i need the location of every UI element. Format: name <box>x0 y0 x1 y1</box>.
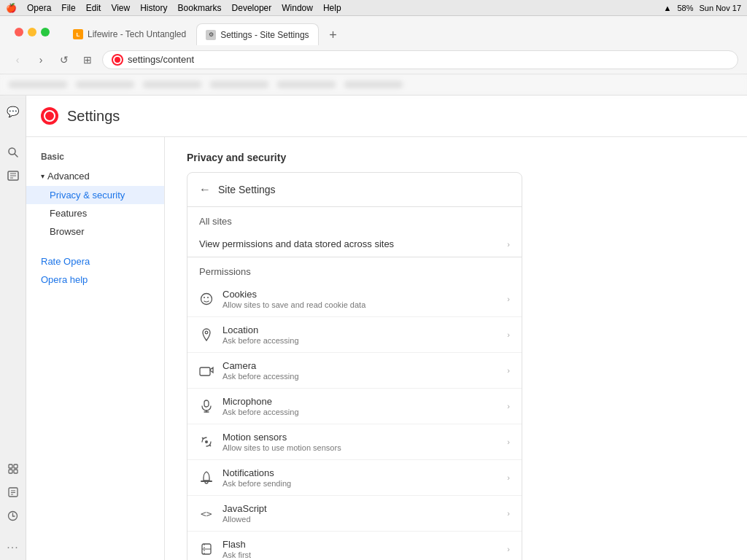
menu-opera[interactable]: Opera <box>27 3 51 13</box>
search-icon[interactable] <box>3 142 23 163</box>
opera-logo <box>41 107 58 125</box>
nav-features[interactable]: Features <box>26 204 164 222</box>
location-icon <box>199 327 214 342</box>
notifications-title: Notifications <box>222 467 498 478</box>
menu-view[interactable]: View <box>111 3 130 13</box>
javascript-icon: <> <box>199 506 214 521</box>
microphone-icon <box>199 399 214 413</box>
menu-bookmarks[interactable]: Bookmarks <box>178 3 222 13</box>
motion-chevron: › <box>507 438 510 446</box>
reload-button[interactable]: ↺ <box>55 51 73 69</box>
svg-rect-7 <box>14 464 18 468</box>
svg-rect-9 <box>14 470 18 473</box>
more-options-icon[interactable]: ··· <box>3 537 23 558</box>
menu-window[interactable]: Window <box>282 3 313 13</box>
cookies-chevron: › <box>507 295 510 303</box>
mac-menubar: 🍎 Opera File Edit View History Bookmarks… <box>0 0 747 16</box>
panel-back-arrow[interactable]: ← <box>199 183 211 196</box>
tab-grid-button[interactable]: ⊞ <box>79 51 96 69</box>
nav-privacy-security[interactable]: Privacy & security <box>26 186 164 204</box>
location-chevron: › <box>507 330 510 339</box>
motion-subtitle: Allow sites to use motion sensors <box>222 443 498 452</box>
all-sites-row[interactable]: View permissions and data stored across … <box>187 231 522 257</box>
camera-chevron: › <box>507 366 510 375</box>
javascript-title: JavaScript <box>222 503 498 514</box>
tab-settings[interactable]: ⚙ Settings - Site Settings <box>196 23 318 45</box>
all-sites-chevron: › <box>507 240 510 249</box>
microphone-subtitle: Ask before accessing <box>222 408 498 416</box>
nav-advanced-toggle[interactable]: ▾ Advanced <box>26 166 164 186</box>
nav-basic-label: Basic <box>26 146 164 166</box>
menu-help[interactable]: Help <box>323 3 341 13</box>
svg-point-18 <box>205 331 208 334</box>
close-button[interactable] <box>15 28 23 36</box>
permission-location[interactable]: Location Ask before accessing › <box>187 317 522 353</box>
settings-nav: Basic ▾ Advanced Privacy & security Feat… <box>26 137 165 560</box>
permission-cookies[interactable]: Cookies Allow sites to save and read coo… <box>187 281 522 317</box>
notifications-icon <box>199 470 214 485</box>
svg-rect-8 <box>9 470 12 473</box>
settings-main: Privacy and security ← Site Settings All… <box>165 137 747 560</box>
notifications-chevron: › <box>507 473 510 482</box>
apple-menu[interactable]: 🍎 <box>6 3 17 13</box>
permission-microphone[interactable]: Microphone Ask before accessing › <box>187 389 522 424</box>
tab-lifewire[interactable]: L Lifewire - Tech Untangled <box>64 23 195 45</box>
javascript-subtitle: Allowed <box>222 515 498 524</box>
motion-sensors-icon <box>199 435 214 449</box>
back-button[interactable]: ‹ <box>9 51 26 69</box>
site-favicon <box>112 54 123 66</box>
panel-title: Site Settings <box>218 184 276 195</box>
permission-camera[interactable]: Camera Ask before accessing › <box>187 353 522 389</box>
notifications-subtitle: Ask before sending <box>222 479 498 488</box>
svg-rect-25 <box>201 481 212 482</box>
opera-help-link[interactable]: Opera help <box>26 271 164 289</box>
browser-content: 💬 <box>0 96 747 560</box>
svg-rect-19 <box>200 368 210 376</box>
svg-point-24 <box>205 440 208 443</box>
news-icon[interactable] <box>3 166 23 186</box>
menu-edit[interactable]: Edit <box>86 3 101 13</box>
nav-browser[interactable]: Browser <box>26 222 164 241</box>
opera-sidebar: 💬 <box>0 96 26 560</box>
panel-header: ← Site Settings <box>187 173 522 207</box>
history-icon[interactable] <box>3 505 23 526</box>
javascript-chevron: › <box>507 509 510 518</box>
new-tab-button[interactable]: + <box>323 25 344 45</box>
messenger-icon[interactable]: 💬 <box>3 101 23 122</box>
battery-label: 58% <box>677 4 693 12</box>
menu-history[interactable]: History <box>140 3 167 13</box>
camera-icon <box>199 363 214 378</box>
location-subtitle: Ask before accessing <box>222 336 498 345</box>
cookies-title: Cookies <box>222 289 498 300</box>
microphone-chevron: › <box>507 402 510 411</box>
rate-opera-link[interactable]: Rate Opera <box>26 252 164 271</box>
address-bar[interactable]: settings/content <box>102 50 738 69</box>
permission-javascript[interactable]: <> JavaScript Allowed › <box>187 496 522 532</box>
menu-file[interactable]: File <box>61 3 75 13</box>
microphone-title: Microphone <box>222 396 498 407</box>
svg-text:<>: <> <box>201 508 212 519</box>
maximize-button[interactable] <box>41 28 50 36</box>
notes-icon[interactable] <box>3 482 23 502</box>
permission-flash[interactable]: Flash Ask first › <box>187 532 522 560</box>
permissions-label: Permissions <box>187 257 522 281</box>
svg-rect-6 <box>9 464 12 468</box>
permission-motion-sensors[interactable]: Motion sensors Allow sites to use motion… <box>187 424 522 460</box>
bookmarks-bar <box>0 74 747 95</box>
minimize-button[interactable] <box>28 28 36 36</box>
svg-point-17 <box>207 297 209 298</box>
menu-developer[interactable]: Developer <box>232 3 272 13</box>
svg-line-1 <box>15 154 18 157</box>
svg-rect-21 <box>204 400 209 407</box>
page-content: Settings Basic ▾ Advanced Privacy & secu… <box>26 96 747 560</box>
flash-chevron: › <box>507 545 510 553</box>
camera-subtitle: Ask before accessing <box>222 372 498 381</box>
settings-body: Basic ▾ Advanced Privacy & security Feat… <box>26 137 747 560</box>
flash-icon <box>199 542 214 556</box>
clock-label: Sun Nov 17 <box>700 4 741 12</box>
forward-button[interactable]: › <box>32 51 50 69</box>
grid-view-icon[interactable] <box>3 459 23 479</box>
permission-notifications[interactable]: Notifications Ask before sending › <box>187 460 522 496</box>
camera-title: Camera <box>222 360 498 371</box>
settings-header: Settings <box>26 96 747 137</box>
